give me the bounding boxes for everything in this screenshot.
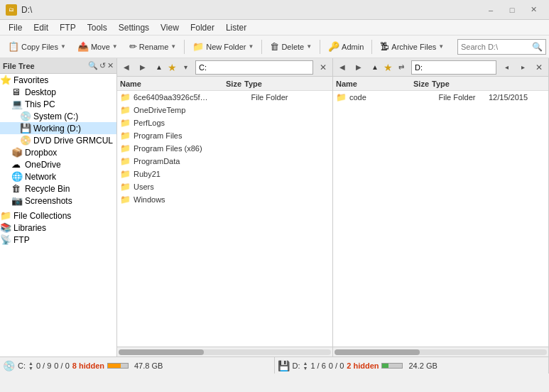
file-type: File Folder: [439, 93, 489, 102]
sidebar-item-recycle-bin[interactable]: 🗑 Recycle Bin: [0, 183, 116, 195]
menu-folder[interactable]: Folder: [185, 21, 220, 34]
left-drive-letter: C:: [18, 361, 26, 370]
sidebar-item-system-c[interactable]: 💿 System (C:): [0, 110, 116, 122]
file-name: code: [349, 93, 400, 102]
table-row[interactable]: 📁 Program Files (x86): [117, 142, 332, 155]
left-close-button[interactable]: ✕: [315, 60, 331, 75]
right-prev-pane[interactable]: ◂: [499, 60, 514, 75]
table-row[interactable]: 📁 ProgramData: [117, 155, 332, 168]
move-dropdown-arrow[interactable]: ▼: [112, 43, 118, 50]
file-name: 6ce6409aa3926c5fb460fce71a: [134, 93, 212, 102]
disk-d-icon: 💾: [20, 123, 31, 134]
copy-files-button[interactable]: 📋 Copy Files ▼: [3, 38, 71, 56]
left-forward-button[interactable]: ▶: [135, 60, 151, 75]
right-up-button[interactable]: ▲: [367, 60, 383, 75]
left-files-count: 0 / 9: [36, 361, 51, 370]
close-button[interactable]: ✕: [523, 3, 543, 17]
move-button[interactable]: 📤 Move ▼: [72, 38, 123, 56]
left-path-box[interactable]: C:: [195, 60, 313, 75]
sidebar-close-icon[interactable]: ✕: [107, 61, 114, 70]
search-input[interactable]: [461, 43, 532, 51]
sidebar-search-icon[interactable]: 🔍: [88, 61, 98, 70]
sidebar-item-label: FTP: [13, 235, 30, 245]
left-col-size: Size: [205, 80, 244, 88]
sidebar-item-file-collections[interactable]: 📁 File Collections: [0, 209, 116, 222]
table-row[interactable]: 📁 Windows: [117, 193, 332, 206]
left-col-name: Name: [120, 80, 205, 88]
left-drive-arrows[interactable]: ▲▼: [28, 361, 33, 371]
main-toolbar: 📋 Copy Files ▼ 📤 Move ▼ ✏ Rename ▼ 📁 New…: [0, 36, 549, 58]
sidebar-item-label: File Collections: [13, 211, 71, 221]
copy-dropdown-arrow[interactable]: ▼: [60, 43, 66, 50]
toolbar-separator-3: [320, 40, 320, 54]
sidebar-item-this-pc[interactable]: 💻 This PC: [0, 98, 116, 110]
sidebar-item-label: Network: [25, 172, 56, 182]
new-folder-dropdown-arrow[interactable]: ▼: [248, 43, 254, 50]
sidebar-item-dvd[interactable]: 📀 DVD Drive GRMCUL: [0, 134, 116, 146]
sidebar-item-working-d[interactable]: 💾 Working (D:): [0, 122, 116, 134]
file-type: File Folder: [251, 93, 330, 102]
sidebar-item-favorites[interactable]: ⭐ Favorites: [0, 74, 116, 86]
delete-button[interactable]: 🗑 Delete ▼: [265, 38, 317, 56]
file-name: Windows: [134, 195, 212, 204]
menu-ftp[interactable]: FTP: [54, 21, 82, 34]
archive-dropdown-arrow[interactable]: ▼: [438, 43, 444, 50]
left-history-button[interactable]: ▾: [178, 60, 193, 75]
menu-settings[interactable]: Settings: [113, 21, 155, 34]
right-next-pane[interactable]: ▸: [515, 60, 531, 75]
sidebar-refresh-icon[interactable]: ↺: [99, 61, 106, 70]
table-row[interactable]: 📁 6ce6409aa3926c5fb460fce71a File Folder: [117, 91, 332, 104]
sidebar-item-ftp[interactable]: 📡 FTP: [0, 234, 116, 246]
desktop-icon: 🖥: [11, 87, 23, 97]
rename-dropdown-arrow[interactable]: ▼: [170, 43, 176, 50]
left-path-text: C:: [199, 63, 207, 72]
sidebar-item-onedrive[interactable]: ☁ OneDrive: [0, 158, 116, 170]
menu-view[interactable]: View: [155, 21, 185, 34]
delete-dropdown-arrow[interactable]: ▼: [306, 43, 312, 50]
sidebar-item-libraries[interactable]: 📚 Libraries: [0, 222, 116, 234]
sidebar-item-screenshots[interactable]: 📷 Screenshots: [0, 195, 116, 207]
right-scrollbar-track: [335, 349, 547, 355]
menu-file[interactable]: File: [3, 21, 28, 34]
table-row[interactable]: 📁 PerfLogs: [117, 116, 332, 129]
right-back-button[interactable]: ◀: [335, 60, 350, 75]
table-row[interactable]: 📁 code File Folder 12/15/2015: [333, 91, 548, 104]
status-bar: 💿 C: ▲▼ 0 / 9 0 / 0 8 hidden 47.8 GB 💾 D…: [0, 356, 549, 374]
menu-lister[interactable]: Lister: [220, 21, 252, 34]
table-row[interactable]: 📁 Ruby21: [117, 168, 332, 180]
onedrive-icon: ☁: [11, 159, 23, 170]
delete-icon: 🗑: [270, 41, 279, 52]
right-sync-button[interactable]: ⇄: [393, 60, 409, 75]
table-row[interactable]: 📁 OneDriveTemp: [117, 104, 332, 116]
right-drive-arrows[interactable]: ▲▼: [303, 361, 308, 371]
new-folder-button[interactable]: 📁 New Folder ▼: [187, 38, 259, 56]
right-forward-button[interactable]: ▶: [351, 60, 366, 75]
move-icon: 📤: [77, 41, 89, 52]
table-row[interactable]: 📁 Users: [117, 180, 332, 193]
left-up-button[interactable]: ▲: [151, 60, 167, 75]
rename-button[interactable]: ✏ Rename ▼: [124, 38, 182, 56]
right-path-box[interactable]: D:: [411, 60, 496, 75]
admin-button[interactable]: 🔑 Admin: [323, 38, 369, 56]
folder-icon: 📁: [120, 156, 131, 166]
folder-icon: 📁: [120, 92, 131, 102]
menu-edit[interactable]: Edit: [28, 21, 54, 34]
sidebar-item-dropbox[interactable]: 📦 Dropbox: [0, 146, 116, 158]
sidebar-item-network[interactable]: 🌐 Network: [0, 170, 116, 183]
maximize-button[interactable]: □: [502, 3, 522, 17]
file-name: OneDriveTemp: [134, 106, 212, 114]
left-scrollbar[interactable]: [117, 347, 332, 356]
right-scrollbar[interactable]: [333, 347, 548, 356]
sidebar-item-desktop[interactable]: 🖥 Desktop: [0, 86, 116, 98]
archive-files-button[interactable]: 🗜 Archive Files ▼: [375, 38, 449, 56]
table-row[interactable]: 📁 Program Files: [117, 129, 332, 142]
left-back-button[interactable]: ◀: [119, 60, 134, 75]
minimize-button[interactable]: –: [481, 3, 501, 17]
menu-tools[interactable]: Tools: [82, 21, 113, 34]
main-container: File Tree 🔍 ↺ ✕ ⭐ Favorites 🖥 Desktop 💻 …: [0, 58, 549, 356]
right-close-button[interactable]: ✕: [531, 60, 547, 75]
sidebar-header: File Tree 🔍 ↺ ✕: [0, 58, 116, 74]
left-star-icon: ★: [168, 62, 177, 73]
search-icon: 🔍: [532, 42, 543, 52]
right-file-list: 📁 code File Folder 12/15/2015: [333, 91, 548, 347]
